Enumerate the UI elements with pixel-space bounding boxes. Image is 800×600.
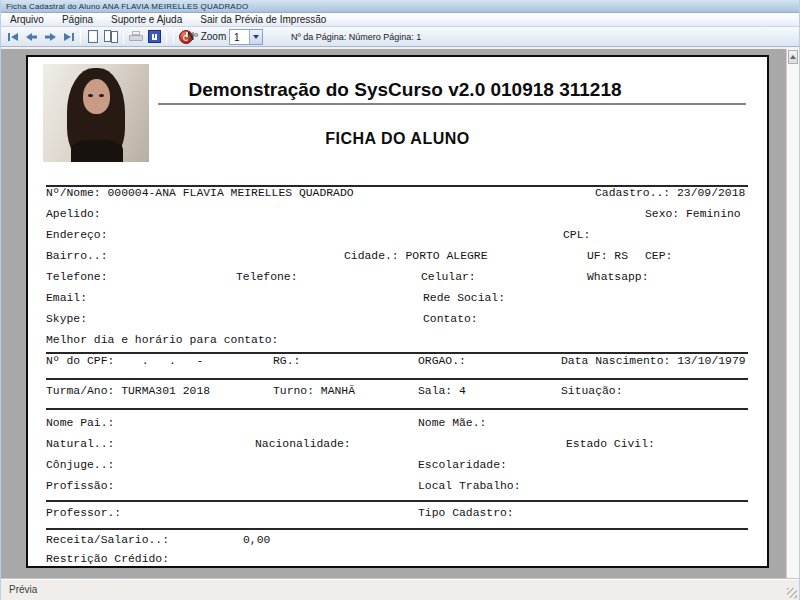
field-tipo-cadastro: Tipo Cadastro: bbox=[418, 508, 514, 520]
field-turno: Turno: MANHÃ bbox=[273, 386, 355, 398]
field-conjuge: Cônjuge..: bbox=[46, 460, 114, 472]
section-divider bbox=[46, 185, 748, 187]
field-receita-salario: Receita/Salario..: bbox=[46, 535, 169, 547]
field-cpl: CPL: bbox=[563, 230, 590, 242]
field-cadastro: Cadastro..: 23/09/2018 bbox=[595, 188, 745, 200]
field-escolaridade: Escolaridade: bbox=[418, 460, 507, 472]
one-page-view-icon bbox=[88, 30, 98, 43]
section-divider bbox=[46, 378, 748, 380]
field-cep: CEP: bbox=[645, 251, 672, 263]
field-telefone-1: Telefone: bbox=[46, 272, 108, 284]
last-page-button[interactable] bbox=[60, 29, 76, 45]
toolbar-separator bbox=[80, 30, 81, 44]
field-situacao: Situação: bbox=[561, 386, 623, 398]
chevron-down-icon[interactable] bbox=[249, 30, 262, 44]
scrollbar-thumb[interactable] bbox=[788, 50, 798, 64]
report-heading: FICHA DO ALUNO bbox=[28, 130, 767, 148]
menu-arquivo[interactable]: Arquivo bbox=[1, 13, 53, 26]
two-page-view-button[interactable] bbox=[103, 29, 119, 45]
status-text: Prévia bbox=[9, 584, 37, 595]
field-orgao: ORGAO.: bbox=[418, 356, 466, 368]
preview-window: Ficha Cadastral do Aluno ANA FLAVIA MEIR… bbox=[0, 0, 800, 600]
zoom-select[interactable]: 1 bbox=[229, 29, 263, 45]
window-title: Ficha Cadastral do Aluno ANA FLAVIA MEIR… bbox=[6, 2, 248, 11]
field-email: Email: bbox=[46, 293, 87, 305]
field-celular: Celular: bbox=[421, 272, 476, 284]
field-restricao-credito: Restrição Crédido: bbox=[46, 554, 169, 566]
section-divider bbox=[46, 352, 748, 354]
status-bar: Prévia bbox=[1, 578, 799, 600]
field-apelido: Apelido: bbox=[46, 209, 101, 221]
printer-icon bbox=[129, 31, 143, 43]
section-divider bbox=[46, 500, 748, 502]
toolbar-separator bbox=[166, 30, 167, 44]
field-cidade: Cidade.: PORTO ALEGRE bbox=[344, 251, 488, 263]
field-sexo: Sexo: Feminino bbox=[645, 209, 741, 221]
report-title-underline bbox=[158, 103, 746, 105]
report-title: Demonstração do SysCurso v2.0 010918 311… bbox=[68, 79, 742, 101]
field-whatsapp: Whatsapp: bbox=[587, 272, 649, 284]
zoom-label: Nº Zoom bbox=[187, 31, 226, 42]
field-nome-pai: Nome Pai.: bbox=[46, 418, 114, 430]
window-titlebar[interactable]: Ficha Cadastral do Aluno ANA FLAVIA MEIR… bbox=[1, 0, 799, 13]
next-page-icon bbox=[43, 32, 57, 42]
field-data-nascimento: Data Nascimento: 13/10/1979 bbox=[561, 356, 746, 368]
field-telefone-2: Telefone: bbox=[236, 272, 298, 284]
menu-sair-da-previa[interactable]: Sair da Prévia de Impressão bbox=[191, 13, 335, 26]
field-turma-ano: Turma/Ano: TURMA301 2018 bbox=[46, 386, 210, 398]
vertical-scrollbar[interactable] bbox=[786, 49, 799, 578]
previous-page-icon bbox=[25, 32, 39, 42]
previous-page-button[interactable] bbox=[24, 29, 40, 45]
resize-grip[interactable] bbox=[787, 588, 797, 598]
zoom-value: 1 bbox=[230, 30, 249, 44]
field-cpf: Nº do CPF: . . - bbox=[46, 356, 203, 368]
document-page: Demonstração do SysCurso v2.0 010918 311… bbox=[26, 55, 769, 568]
menu-bar: Arquivo Página Suporte e Ajuda Sair da P… bbox=[1, 13, 799, 27]
field-local-trabalho: Local Trabalho: bbox=[418, 481, 521, 493]
section-divider bbox=[46, 528, 748, 530]
two-page-view-icon bbox=[104, 30, 118, 43]
field-endereco: Endereço: bbox=[46, 230, 108, 242]
field-melhor-dia: Melhor dia e horário para contato: bbox=[46, 335, 278, 347]
preview-area: Demonstração do SysCurso v2.0 010918 311… bbox=[1, 47, 799, 578]
print-setup-icon bbox=[148, 30, 161, 43]
toolbar: Nº Zoom 1 Nº da Página: Número Página: 1 bbox=[1, 27, 799, 47]
field-sala: Sala: 4 bbox=[418, 386, 466, 398]
field-rg: RG.: bbox=[273, 356, 300, 368]
field-nome-mae: Nome Mãe.: bbox=[418, 418, 486, 430]
first-page-icon bbox=[7, 32, 21, 42]
one-page-view-button[interactable] bbox=[85, 29, 101, 45]
last-page-icon bbox=[61, 32, 75, 42]
field-rede-social: Rede Social: bbox=[423, 293, 505, 305]
print-setup-button[interactable] bbox=[146, 29, 162, 45]
field-nacionalidade: Nacionalidade: bbox=[255, 439, 351, 451]
field-estado-civil: Estado Civil: bbox=[566, 439, 655, 451]
field-natural: Natural..: bbox=[46, 439, 114, 451]
page-number-label: Nº da Página: Número Página: 1 bbox=[291, 32, 421, 42]
field-contato: Contato: bbox=[423, 314, 478, 326]
menu-suporte-e-ajuda[interactable]: Suporte e Ajuda bbox=[102, 13, 191, 26]
field-professor: Professor.: bbox=[46, 508, 121, 520]
section-divider bbox=[46, 408, 748, 410]
field-skype: Skype: bbox=[46, 314, 87, 326]
menu-pagina[interactable]: Página bbox=[53, 13, 102, 26]
first-page-button[interactable] bbox=[6, 29, 22, 45]
toolbar-separator bbox=[123, 30, 124, 44]
field-profissao: Profissão: bbox=[46, 481, 114, 493]
toolbar-separator bbox=[173, 30, 174, 44]
print-button[interactable] bbox=[128, 29, 144, 45]
field-bairro: Bairro..: bbox=[46, 251, 108, 263]
field-uf: UF: RS bbox=[587, 251, 628, 263]
field-numero-nome: Nº/Nome: 000004-ANA FLAVIA MEIRELLES QUA… bbox=[46, 188, 354, 200]
field-receita-valor: 0,00 bbox=[243, 535, 270, 547]
next-page-button[interactable] bbox=[42, 29, 58, 45]
